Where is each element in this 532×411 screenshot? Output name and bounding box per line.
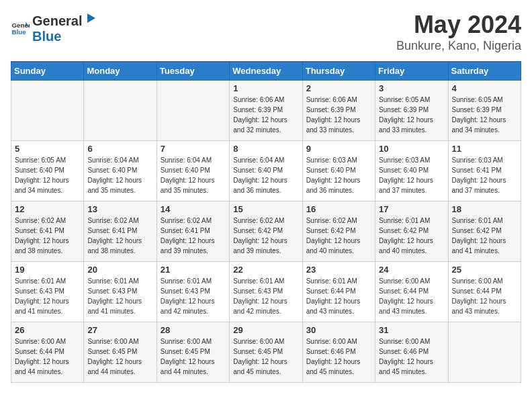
day-number: 17 [379,204,444,214]
day-number: 11 [452,144,517,154]
day-number: 1 [233,83,298,93]
calendar-week-row: 12Sunrise: 6:02 AM Sunset: 6:41 PM Dayli… [11,201,521,262]
day-number: 26 [15,325,80,335]
day-info: Sunrise: 6:04 AM Sunset: 6:40 PM Dayligh… [233,155,298,195]
day-number: 10 [379,144,444,154]
day-number: 20 [87,265,152,275]
calendar-cell: 17Sunrise: 6:01 AM Sunset: 6:42 PM Dayli… [375,201,448,262]
day-info: Sunrise: 6:05 AM Sunset: 6:39 PM Dayligh… [452,95,517,135]
day-number: 9 [306,144,371,154]
calendar-cell: 3Sunrise: 6:05 AM Sunset: 6:39 PM Daylig… [375,81,448,141]
day-info: Sunrise: 6:00 AM Sunset: 6:44 PM Dayligh… [15,336,80,377]
logo: General Blue General Blue [11,11,97,44]
logo-triangle-icon [82,11,97,26]
day-number: 12 [15,204,80,214]
calendar-week-row: 5Sunrise: 6:05 AM Sunset: 6:40 PM Daylig… [11,141,521,201]
column-header-saturday: Saturday [448,62,521,81]
calendar-cell: 15Sunrise: 6:02 AM Sunset: 6:42 PM Dayli… [230,201,302,262]
title-area: May 2024 Bunkure, Kano, Nigeria [396,11,521,53]
calendar-cell: 21Sunrise: 6:01 AM Sunset: 6:43 PM Dayli… [157,262,229,322]
day-number: 18 [452,204,517,214]
column-header-tuesday: Tuesday [157,62,229,81]
calendar-cell: 20Sunrise: 6:01 AM Sunset: 6:43 PM Dayli… [84,262,157,322]
day-info: Sunrise: 6:01 AM Sunset: 6:43 PM Dayligh… [233,276,298,316]
logo-icon: General Blue [11,18,30,37]
calendar-cell: 22Sunrise: 6:01 AM Sunset: 6:43 PM Dayli… [230,262,302,322]
page-header: General Blue General Blue May 2024 Bunku… [11,11,521,53]
day-number: 2 [306,83,371,93]
day-info: Sunrise: 6:02 AM Sunset: 6:41 PM Dayligh… [161,216,226,256]
day-number: 19 [15,265,80,275]
calendar-cell: 28Sunrise: 6:00 AM Sunset: 6:45 PM Dayli… [157,322,229,383]
svg-marker-3 [87,13,95,23]
day-info: Sunrise: 6:04 AM Sunset: 6:40 PM Dayligh… [87,155,152,195]
calendar-week-row: 19Sunrise: 6:01 AM Sunset: 6:43 PM Dayli… [11,262,521,322]
calendar-cell: 26Sunrise: 6:00 AM Sunset: 6:44 PM Dayli… [11,322,84,383]
day-info: Sunrise: 6:03 AM Sunset: 6:40 PM Dayligh… [379,155,444,195]
column-header-monday: Monday [84,62,157,81]
day-number: 6 [87,144,152,154]
day-info: Sunrise: 6:00 AM Sunset: 6:44 PM Dayligh… [379,276,444,316]
day-number: 31 [379,325,444,335]
calendar-week-row: 26Sunrise: 6:00 AM Sunset: 6:44 PM Dayli… [11,322,521,383]
day-info: Sunrise: 6:01 AM Sunset: 6:42 PM Dayligh… [379,216,444,256]
calendar-cell: 11Sunrise: 6:03 AM Sunset: 6:41 PM Dayli… [448,141,521,201]
calendar-cell: 14Sunrise: 6:02 AM Sunset: 6:41 PM Dayli… [157,201,229,262]
calendar-cell: 8Sunrise: 6:04 AM Sunset: 6:40 PM Daylig… [230,141,302,201]
day-info: Sunrise: 6:00 AM Sunset: 6:45 PM Dayligh… [87,336,152,377]
day-number: 15 [233,204,298,214]
calendar-cell: 19Sunrise: 6:01 AM Sunset: 6:43 PM Dayli… [11,262,84,322]
column-header-sunday: Sunday [11,62,84,81]
calendar-cell: 12Sunrise: 6:02 AM Sunset: 6:41 PM Dayli… [11,201,84,262]
calendar-cell: 6Sunrise: 6:04 AM Sunset: 6:40 PM Daylig… [84,141,157,201]
day-number: 4 [452,83,517,93]
column-header-wednesday: Wednesday [230,62,302,81]
day-info: Sunrise: 6:02 AM Sunset: 6:42 PM Dayligh… [233,216,298,256]
day-info: Sunrise: 6:03 AM Sunset: 6:40 PM Dayligh… [306,155,371,195]
day-info: Sunrise: 6:05 AM Sunset: 6:39 PM Dayligh… [379,95,444,135]
calendar-cell: 4Sunrise: 6:05 AM Sunset: 6:39 PM Daylig… [448,81,521,141]
logo-blue-text: Blue [32,29,61,44]
day-number: 3 [379,83,444,93]
calendar-cell: 29Sunrise: 6:00 AM Sunset: 6:45 PM Dayli… [230,322,302,383]
day-number: 13 [87,204,152,214]
calendar-table: SundayMondayTuesdayWednesdayThursdayFrid… [11,61,521,383]
logo-general-text: General [32,13,82,29]
day-number: 28 [161,325,226,335]
day-info: Sunrise: 6:02 AM Sunset: 6:41 PM Dayligh… [87,216,152,256]
day-info: Sunrise: 6:02 AM Sunset: 6:41 PM Dayligh… [15,216,80,256]
day-number: 25 [452,265,517,275]
calendar-cell: 9Sunrise: 6:03 AM Sunset: 6:40 PM Daylig… [302,141,375,201]
day-info: Sunrise: 6:06 AM Sunset: 6:39 PM Dayligh… [306,95,371,135]
day-number: 8 [233,144,298,154]
day-number: 7 [161,144,226,154]
calendar-cell [157,81,229,141]
calendar-cell: 2Sunrise: 6:06 AM Sunset: 6:39 PM Daylig… [302,81,375,141]
day-info: Sunrise: 6:01 AM Sunset: 6:42 PM Dayligh… [452,216,517,256]
calendar-cell: 10Sunrise: 6:03 AM Sunset: 6:40 PM Dayli… [375,141,448,201]
day-number: 29 [233,325,298,335]
day-info: Sunrise: 6:00 AM Sunset: 6:46 PM Dayligh… [306,336,371,377]
calendar-cell: 1Sunrise: 6:06 AM Sunset: 6:39 PM Daylig… [230,81,302,141]
calendar-cell [84,81,157,141]
day-number: 24 [379,265,444,275]
calendar-cell: 16Sunrise: 6:02 AM Sunset: 6:42 PM Dayli… [302,201,375,262]
day-info: Sunrise: 6:06 AM Sunset: 6:39 PM Dayligh… [233,95,298,135]
calendar-cell: 27Sunrise: 6:00 AM Sunset: 6:45 PM Dayli… [84,322,157,383]
day-info: Sunrise: 6:01 AM Sunset: 6:43 PM Dayligh… [161,276,226,316]
calendar-cell: 31Sunrise: 6:00 AM Sunset: 6:46 PM Dayli… [375,322,448,383]
calendar-cell: 24Sunrise: 6:00 AM Sunset: 6:44 PM Dayli… [375,262,448,322]
calendar-cell [11,81,84,141]
day-number: 23 [306,265,371,275]
day-number: 27 [87,325,152,335]
main-title: May 2024 [396,11,521,39]
calendar-cell: 5Sunrise: 6:05 AM Sunset: 6:40 PM Daylig… [11,141,84,201]
day-info: Sunrise: 6:03 AM Sunset: 6:41 PM Dayligh… [452,155,517,195]
column-header-thursday: Thursday [302,62,375,81]
calendar-cell: 7Sunrise: 6:04 AM Sunset: 6:40 PM Daylig… [157,141,229,201]
day-number: 30 [306,325,371,335]
day-info: Sunrise: 6:02 AM Sunset: 6:42 PM Dayligh… [306,216,371,256]
day-info: Sunrise: 6:04 AM Sunset: 6:40 PM Dayligh… [161,155,226,195]
calendar-header-row: SundayMondayTuesdayWednesdayThursdayFrid… [11,62,521,81]
day-number: 14 [161,204,226,214]
